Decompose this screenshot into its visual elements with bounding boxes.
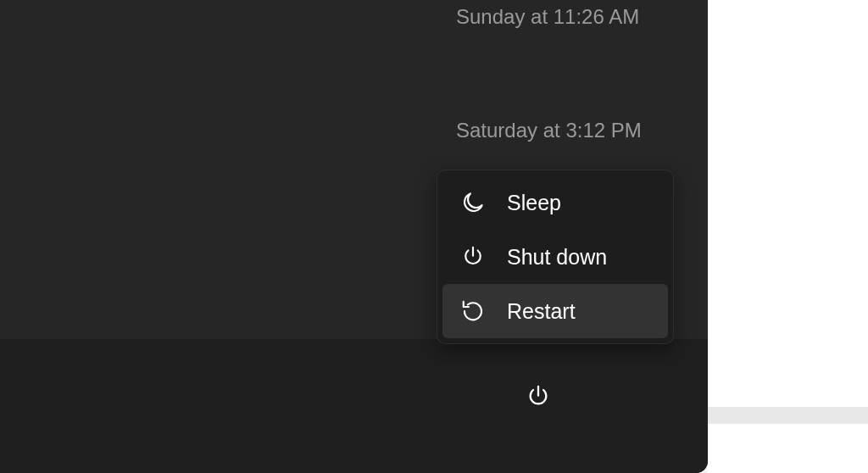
power-icon — [525, 383, 552, 410]
restart-label: Restart — [507, 299, 576, 324]
sleep-label: Sleep — [507, 191, 561, 215]
shutdown-menu-item[interactable]: Shut down — [442, 230, 668, 284]
background-gap — [708, 407, 868, 424]
background-panel — [708, 0, 868, 473]
shutdown-label: Shut down — [507, 245, 607, 270]
power-button[interactable] — [520, 378, 557, 415]
timestamp-text: Saturday at 3:12 PM — [456, 119, 642, 142]
start-menu-panel: Sunday at 11:26 AM Saturday at 3:12 PM S… — [0, 0, 708, 473]
power-icon — [459, 243, 487, 270]
restart-menu-item[interactable]: Restart — [442, 284, 668, 338]
power-menu: Sleep Shut down Restart — [437, 170, 674, 344]
moon-icon — [459, 189, 487, 216]
restart-icon — [459, 298, 487, 325]
sleep-menu-item[interactable]: Sleep — [442, 175, 668, 230]
start-footer — [0, 339, 708, 473]
timestamp-text: Sunday at 11:26 AM — [456, 5, 639, 29]
